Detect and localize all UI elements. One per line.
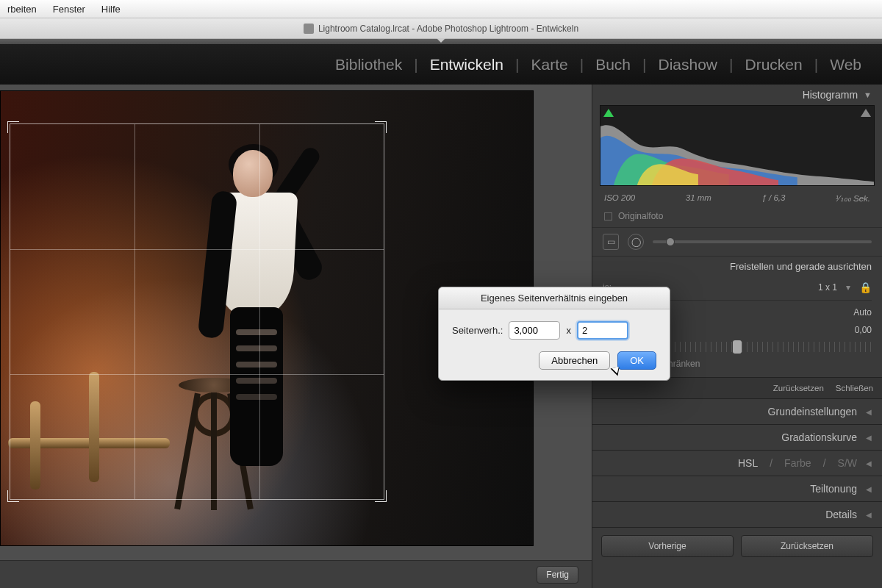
menu-item-window[interactable]: Fenster bbox=[53, 4, 85, 15]
crop-handle-tl[interactable] bbox=[7, 121, 19, 133]
section-detail-label: Details bbox=[825, 509, 857, 520]
crop-reset-button[interactable]: Zurücksetzen bbox=[773, 384, 824, 392]
angle-slider-knob[interactable] bbox=[733, 340, 742, 354]
section-basic-label: Grundeinstellungen bbox=[768, 406, 857, 417]
window-title: Lightroom Catalog.lrcat - Adobe Photosho… bbox=[318, 24, 578, 34]
hsl-tab-color[interactable]: Farbe bbox=[784, 457, 811, 469]
meta-aperture: ƒ / 6,3 bbox=[761, 193, 785, 204]
panel-footer-buttons: Vorherige Zurücksetzen bbox=[592, 528, 882, 564]
section-hsl[interactable]: HSL / Farbe / S/W ◀ bbox=[592, 451, 882, 476]
module-book[interactable]: Buch bbox=[584, 56, 642, 74]
custom-aspect-dialog: Eigenes Seitenverhältnis eingeben Seiten… bbox=[438, 287, 670, 381]
chevron-left-icon: ◀ bbox=[866, 408, 872, 416]
lock-icon[interactable]: 🔒 bbox=[859, 282, 872, 293]
crop-panel-title: Freistellen und gerade ausrichten bbox=[603, 261, 872, 278]
panel-collapse-handle-top[interactable] bbox=[0, 39, 882, 44]
section-detail[interactable]: Details◀ bbox=[592, 502, 882, 528]
menu-item-edit[interactable]: rbeiten bbox=[7, 4, 37, 15]
window-title-bar: Lightroom Catalog.lrcat - Adobe Photosho… bbox=[0, 18, 882, 39]
histogram-plot[interactable] bbox=[600, 105, 875, 186]
menu-item-help[interactable]: Hilfe bbox=[101, 4, 121, 15]
crop-handle-tr[interactable] bbox=[375, 121, 387, 133]
checkbox-icon[interactable] bbox=[604, 212, 612, 220]
crop-tool-icon[interactable]: ▭ bbox=[603, 234, 619, 250]
module-map[interactable]: Karte bbox=[519, 56, 579, 74]
aspect-width-input[interactable] bbox=[509, 321, 560, 340]
os-menu-bar: rbeiten Fenster Hilfe bbox=[0, 0, 882, 18]
document-icon bbox=[304, 24, 314, 34]
meta-iso: ISO 200 bbox=[604, 193, 635, 204]
meta-focal: 31 mm bbox=[686, 193, 711, 204]
section-basic[interactable]: Grundeinstellungen◀ bbox=[592, 399, 882, 425]
spot-tool-icon[interactable]: ◯ bbox=[628, 234, 644, 250]
chevron-left-icon: ◀ bbox=[866, 511, 872, 519]
reset-all-button[interactable]: Zurücksetzen bbox=[741, 535, 873, 557]
chevron-left-icon: ◀ bbox=[866, 459, 872, 467]
auto-straighten-button[interactable]: Auto bbox=[853, 307, 872, 318]
histogram-title: Histogramm bbox=[803, 89, 858, 101]
crop-close-button[interactable]: Schließen bbox=[836, 384, 873, 392]
angle-value[interactable]: 0,00 bbox=[855, 325, 872, 335]
histogram-meta: ISO 200 31 mm ƒ / 6,3 ¹⁄₁₀₀ Sek. bbox=[592, 190, 882, 208]
chevron-left-icon: ◀ bbox=[866, 434, 872, 442]
aspect-value[interactable]: 1 x 1 bbox=[818, 282, 837, 293]
meta-shutter: ¹⁄₁₀₀ Sek. bbox=[836, 193, 870, 204]
aspect-height-input[interactable] bbox=[577, 321, 628, 340]
done-button[interactable]: Fertig bbox=[537, 566, 578, 584]
crop-handle-br[interactable] bbox=[375, 490, 387, 502]
dialog-title: Eigenes Seitenverhältnis eingeben bbox=[439, 287, 670, 309]
slider-knob[interactable] bbox=[666, 237, 675, 246]
canvas-toolbar: Fertig bbox=[0, 560, 592, 588]
chevron-left-icon: ◀ bbox=[866, 485, 872, 493]
module-print[interactable]: Drucken bbox=[734, 56, 814, 74]
chevron-down-icon: ▼ bbox=[864, 90, 872, 99]
section-split-toning[interactable]: Teiltonung◀ bbox=[592, 476, 882, 502]
module-web[interactable]: Web bbox=[818, 56, 873, 74]
module-develop[interactable]: Entwickeln bbox=[418, 56, 515, 74]
section-tone-curve[interactable]: Gradationskurve◀ bbox=[592, 425, 882, 451]
crop-overlay[interactable] bbox=[10, 123, 384, 500]
aspect-field-label: Seitenverh.: bbox=[452, 325, 503, 336]
hsl-tab-hsl[interactable]: HSL bbox=[738, 457, 758, 469]
ok-button[interactable]: OK bbox=[617, 351, 656, 370]
section-split-label: Teiltonung bbox=[810, 483, 857, 495]
module-library[interactable]: Bibliothek bbox=[323, 56, 414, 74]
tool-slider[interactable] bbox=[653, 240, 872, 243]
aspect-separator: x bbox=[566, 325, 571, 336]
crop-handle-bl[interactable] bbox=[7, 490, 19, 502]
section-tone-label: Gradationskurve bbox=[781, 431, 857, 443]
module-picker: Bibliothek| Entwickeln| Karte| Buch| Dia… bbox=[0, 44, 882, 85]
hsl-tab-bw[interactable]: S/W bbox=[838, 457, 857, 469]
aspect-menu-icon[interactable]: ▾ bbox=[846, 282, 850, 293]
cancel-button[interactable]: Abbrechen bbox=[539, 351, 610, 370]
original-photo-row[interactable]: Originalfoto bbox=[592, 208, 882, 228]
original-photo-label: Originalfoto bbox=[618, 211, 663, 221]
module-slideshow[interactable]: Diashow bbox=[647, 56, 730, 74]
previous-button[interactable]: Vorherige bbox=[601, 535, 734, 557]
tool-strip: ▭ ◯ bbox=[592, 228, 882, 257]
histogram-header[interactable]: Histogramm ▼ bbox=[592, 85, 882, 104]
